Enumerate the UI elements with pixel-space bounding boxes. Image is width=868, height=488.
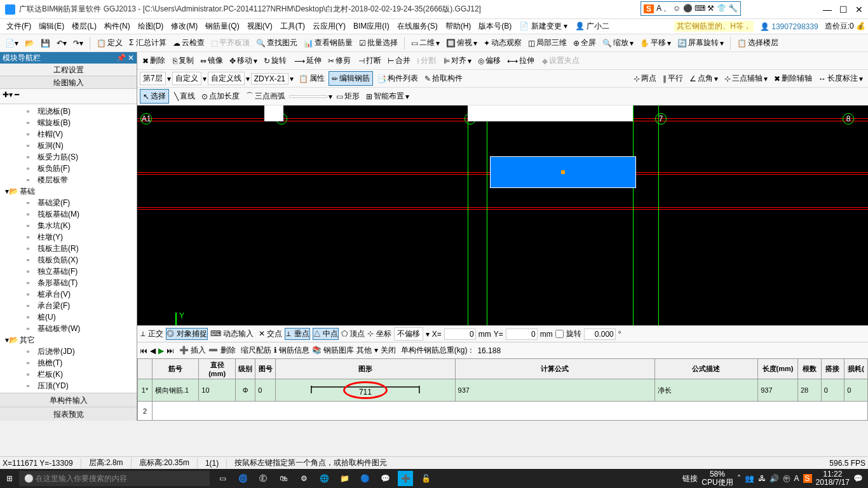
nav-prev-icon[interactable]: ◀ <box>150 346 156 355</box>
menu-help[interactable]: 帮助(H) <box>442 21 475 32</box>
ime-toolbar[interactable]: S A 、 ☺ ⚫ ⌨ ⚒ 👕 🔧 <box>641 1 741 16</box>
menu-bim[interactable]: BIM应用(I) <box>349 21 393 32</box>
category-select[interactable]: 自定义 <box>172 72 201 85</box>
col-level[interactable]: 级别 <box>235 359 255 379</box>
sum-calc-button[interactable]: Σ 汇总计算 <box>126 36 169 50</box>
tree-item[interactable]: ▫板受力筋(S) <box>1 151 135 163</box>
save-icon[interactable]: 💾 <box>38 37 53 49</box>
selected-element[interactable] <box>490 156 636 188</box>
point-len-button[interactable]: ⊙ 点加长度 <box>199 90 242 103</box>
menu-floor[interactable]: 楼层(L) <box>68 21 100 32</box>
zoom-button[interactable]: 🔍 缩放 ▾ <box>600 36 636 50</box>
rotate-input[interactable] <box>584 329 616 340</box>
app-icon-9[interactable]: ➕ <box>398 471 413 486</box>
tree-item[interactable]: ▫承台梁(F) <box>1 300 135 311</box>
tree-item[interactable]: ▫柱墩(Y) <box>1 231 135 243</box>
batch-select-button[interactable]: ☑ 批量选择 <box>356 36 400 50</box>
define-button[interactable]: 📋 定义 <box>94 36 125 50</box>
dyn-input-toggle[interactable]: ⌨ 动态输入 <box>210 329 254 339</box>
menu-online[interactable]: 在线服务(S) <box>393 21 442 32</box>
mirror-button[interactable]: ⇔ 镜像 <box>198 54 226 67</box>
tree-item[interactable]: ▫基础板带(W) <box>1 323 135 334</box>
rebar-lib-button[interactable]: 📚 钢筋图库 <box>312 345 354 356</box>
col-fig[interactable]: 图号 <box>255 359 275 379</box>
tree-item[interactable]: ▫条形基础(T) <box>1 277 135 288</box>
tree-item[interactable]: ▫桩(U) <box>1 311 135 323</box>
tree-item[interactable]: ▫柱帽(V) <box>1 128 135 140</box>
smart-layout-button[interactable]: ⊞ 智能布置 ▾ <box>363 90 412 103</box>
menu-tool[interactable]: 工具(T) <box>276 21 309 32</box>
three-arc-button[interactable]: ⌒ 三点画弧 <box>243 90 288 103</box>
side-tab-single-input[interactable]: 单构件输入 <box>0 393 137 407</box>
col-count[interactable]: 根数 <box>797 359 821 379</box>
two-d-button[interactable]: ▭ 二维 ▾ <box>409 36 442 50</box>
pan-button[interactable]: ✋ 平移 ▾ <box>637 36 674 50</box>
app-icon-1[interactable]: 🌀 <box>235 471 250 486</box>
menu-rebar[interactable]: 钢筋量(Q) <box>201 21 243 32</box>
taskbar-search[interactable]: ⚪ 在这里输入你要搜索的内容 <box>19 471 210 486</box>
tray-s-icon[interactable]: S <box>803 474 812 483</box>
menu-modify[interactable]: 修改(M) <box>167 21 201 32</box>
tree-item[interactable]: ▫螺旋板(B) <box>1 117 135 128</box>
redo-icon[interactable]: ↷▾ <box>71 37 86 49</box>
align-button[interactable]: ⊫ 对齐 ▾ <box>441 54 474 67</box>
merge-button[interactable]: ⊢ 合并 <box>385 54 413 67</box>
tree-item[interactable]: ▫集水坑(K) <box>1 220 135 231</box>
find-map-button[interactable]: 🔍 查找图元 <box>254 36 300 50</box>
x-input[interactable] <box>444 329 476 340</box>
table-delete-button[interactable]: ➖ 删除 <box>208 345 235 356</box>
ortho-toggle[interactable]: ⊥ 正交 <box>140 329 163 339</box>
bird-view-button[interactable]: 🔲 俯视 ▾ <box>444 36 480 50</box>
tree-item[interactable]: ▫现浇板(B) <box>1 105 135 117</box>
cell-len[interactable]: 937 <box>758 379 798 402</box>
table-row[interactable]: 2 <box>138 402 868 421</box>
cell-level[interactable]: Φ <box>235 379 255 402</box>
tree-item[interactable]: ▫压顶(YD) <box>1 380 135 391</box>
component-list-button[interactable]: 📑 构件列表 <box>374 72 421 85</box>
del-axis-button[interactable]: ✖ 删除辅轴 <box>771 72 815 85</box>
app-icon-5[interactable]: 🌐 <box>316 471 332 486</box>
two-point-button[interactable]: ⊹ 两点 <box>631 72 659 85</box>
cell-formula[interactable]: 937 <box>455 379 654 402</box>
edit-rebar-button[interactable]: ✏ 编辑钢筋 <box>329 71 373 86</box>
break-button[interactable]: ⊣ 打断 <box>356 54 384 67</box>
tray-notification-icon[interactable]: 💬 <box>853 474 863 483</box>
dim-button[interactable]: ↔ 长度标注 ▾ <box>816 72 865 85</box>
app-icon-10[interactable]: 🔓 <box>418 471 433 486</box>
vertex-snap[interactable]: ⬠ 顶点 <box>341 329 365 339</box>
arc-options[interactable] <box>289 95 327 98</box>
tree-item[interactable]: ▫筏板主筋(R) <box>1 243 135 254</box>
tree-item[interactable]: ▫桩承台(V) <box>1 288 135 300</box>
menu-cloud[interactable]: 云应用(Y) <box>309 21 349 32</box>
tray-network-icon[interactable]: 🖧 <box>758 474 766 483</box>
line-tool-button[interactable]: ╲ 直线 <box>172 90 198 103</box>
side-tab-project[interactable]: 工程设置 <box>0 64 137 76</box>
tray-up-icon[interactable]: ˄ <box>737 474 741 483</box>
stretch-button[interactable]: ⟷ 拉伸 <box>505 54 537 67</box>
select-tool-button[interactable]: ↖ 选择 <box>140 89 169 104</box>
col-len[interactable]: 长度(mm) <box>758 359 798 379</box>
cell-shape[interactable]: 711 <box>275 379 455 402</box>
pin-icon[interactable]: 📌 ✕ <box>116 53 134 62</box>
cell-count[interactable]: 28 <box>797 379 821 402</box>
perp-snap[interactable]: ⊥ 垂点 <box>285 328 309 340</box>
cell-desc[interactable]: 净长 <box>654 379 757 402</box>
trim-button[interactable]: ✂ 修剪 <box>325 54 353 67</box>
app-icon-6[interactable]: 📁 <box>337 471 352 486</box>
maximize-icon[interactable]: ☐ <box>839 4 848 15</box>
tree-item[interactable]: ▫板洞(N) <box>1 140 135 151</box>
close-icon[interactable]: ✕ <box>855 4 863 15</box>
tray-clock[interactable]: 11:222018/7/17 <box>816 470 850 487</box>
flat-top-button[interactable]: ⬚ 平齐板顶 <box>208 36 252 50</box>
floor-select[interactable]: 第7层 <box>140 72 166 85</box>
menu-view[interactable]: 视图(V) <box>243 21 276 32</box>
new-icon[interactable]: 📄▾ <box>3 37 21 49</box>
screen-rotate-button[interactable]: 🔄 屏幕旋转 ▾ <box>675 36 726 50</box>
rotate-checkbox[interactable] <box>555 330 564 338</box>
side-tab-report[interactable]: 报表预览 <box>0 407 137 421</box>
minimize-icon[interactable]: — <box>823 4 832 15</box>
tree-item[interactable]: ▫筏板负筋(X) <box>1 254 135 266</box>
user-id[interactable]: 👤 13907298339 <box>760 22 818 31</box>
tray-a-icon[interactable]: A <box>794 474 799 483</box>
tree-item[interactable]: ▫独立基础(F) <box>1 266 135 277</box>
